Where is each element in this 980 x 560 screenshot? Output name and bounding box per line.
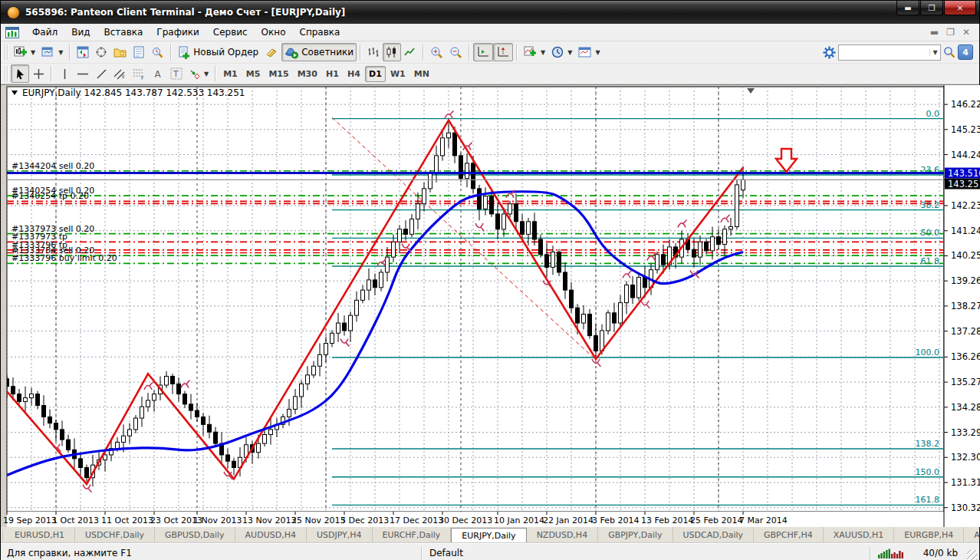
text-label-tool-button[interactable]: T [167,64,186,83]
chart-shift-button[interactable] [493,43,513,61]
status-profile[interactable]: Default [422,548,870,558]
fibonacci-tool-button[interactable]: F [130,64,149,83]
bar-chart-button[interactable] [364,43,383,61]
chart-tab-eurjpy-daily[interactable]: EURJPY,Daily [451,528,526,543]
menu-справка[interactable]: Справка [293,25,347,39]
line-chart-button[interactable] [401,43,419,61]
timeframe-buttons: M1M5M15M30H1H4D1W1MN [219,66,433,82]
toolbar-grip[interactable] [5,66,8,81]
order-line-label[interactable]: #1344204 sell 0.20 [12,161,94,171]
trendline-tool-button[interactable] [92,64,110,83]
chart-tab-gbpjpy-daily[interactable]: GBPJPY,Daily [598,527,673,543]
candle-body [429,173,432,189]
order-line-label[interactable]: #1333796 buy limit 0.20 [12,253,117,263]
minimize-button[interactable]: ▬ [896,1,919,15]
market-watch-button[interactable] [74,43,92,61]
chart-tab-eurgbp-h4[interactable]: EURGBP,H4 [894,527,964,543]
chart-area[interactable]: 0.023.638.250.061.8100.0138.2150.0161.8#… [1,84,979,526]
candle-body [349,315,353,331]
chart-tab-nzdusd-h4[interactable]: NZDUSD,H4 [527,527,599,543]
candle-body [404,229,408,235]
new-chart-button[interactable]: ▼ [11,43,38,61]
auto-scroll-button[interactable] [473,43,493,61]
candle-body [189,404,193,410]
profiles-icon [41,46,55,58]
equidistant-channel-tool-button[interactable]: E [110,64,130,83]
indicators-button[interactable]: ▼ [521,43,548,61]
settings-gear-icon[interactable] [822,45,837,60]
toolbar-grip[interactable] [5,44,8,60]
chart-tab-audusd-h4[interactable]: AUDUSD,H4 [235,527,307,543]
candle-body [717,237,721,245]
candle-body [742,180,745,189]
search-dropdown-icon[interactable]: ▼ [929,49,940,56]
chart-tab-eurusd-h1[interactable]: EURUSD,H1 [5,527,75,543]
child-close-icon[interactable]: ✕ [962,27,970,38]
timeframe-w1[interactable]: W1 [386,66,409,82]
chart-tab-gbpusd-daily[interactable]: GBPUSD,Daily [155,527,235,543]
menu-сервис[interactable]: Сервис [206,25,255,39]
timeframe-mn[interactable]: MN [410,66,433,82]
candle-body [24,398,28,402]
candlestick-chart-button[interactable] [383,43,401,61]
timeframe-m5[interactable]: M5 [242,66,265,82]
scripts-button[interactable] [261,43,281,61]
vertical-line-tool-button[interactable] [55,64,74,83]
chart-tab-audnzd-h1[interactable]: AUDNZD,H1 [964,527,980,543]
cursor-tool-button[interactable] [11,64,29,83]
price-chart[interactable]: 0.023.638.250.061.8100.0138.2150.0161.8#… [1,85,980,527]
chart-tab-gbpchf-h4[interactable]: GBPCHF,H4 [754,527,824,543]
new-order-button[interactable]: Новый Ордер [175,43,261,61]
notifications-button[interactable]: 4 [958,44,973,60]
templates-button[interactable]: ▼ [575,43,603,61]
chart-tab-usdjpy-h4[interactable]: USDJPY,H4 [307,527,373,543]
periods-button[interactable]: ▼ [548,43,575,61]
candle-body [478,189,482,209]
arrows-tool-button[interactable]: ▼ [186,64,212,83]
candle-body [699,242,702,257]
resize-grip[interactable] [967,550,978,560]
price-tick-label: 137.280 [951,326,980,337]
timeframe-h1[interactable]: H1 [322,66,343,82]
timeframe-d1[interactable]: D1 [365,66,386,82]
menu-окно[interactable]: Окно [255,25,293,39]
candle-body [551,252,555,268]
child-minimize-icon[interactable]: ▬ [930,27,939,38]
horizontal-line-tool-button[interactable] [74,64,92,83]
strategy-tester-button[interactable] [148,43,167,61]
tabs-grip[interactable] [2,529,3,541]
timeframe-h4[interactable]: H4 [344,66,364,82]
timeframe-m15[interactable]: M15 [265,66,292,82]
data-window-button[interactable] [130,43,148,61]
zoom-out-button[interactable] [446,43,465,61]
menu-вид[interactable]: Вид [64,25,97,39]
search-input[interactable] [839,46,929,59]
child-restore-icon[interactable]: ❐ [946,27,955,38]
menu-графики[interactable]: Графики [150,25,206,39]
date-tick-label: 13 Nov 2013 [242,516,296,525]
candle-body [331,333,334,343]
search-icon[interactable] [942,45,956,59]
date-tick-label: 25 Feb 2014 [690,516,742,525]
zoom-in-button[interactable] [427,43,446,61]
text-tool-button[interactable]: A [149,64,167,83]
chart-tab-eurchf-daily[interactable]: EURCHF,Daily [373,527,452,543]
maximize-button[interactable]: ❐ [920,1,943,15]
menu-файл[interactable]: Файл [25,25,64,39]
close-button[interactable]: ✕ [944,1,976,15]
order-line-label[interactable]: #1340254 tp 0.20 [12,191,89,201]
favorites-button[interactable] [110,43,130,61]
crosshair-tool-button[interactable] [29,64,48,83]
chart-tab-usdchf-daily[interactable]: USDCHF,Daily [75,527,155,543]
menu-вставка[interactable]: Вставка [97,25,150,39]
timeframe-m30[interactable]: M30 [294,66,321,82]
candle-body [318,354,322,366]
price-tick-label: 138.270 [951,301,980,311]
candle-body [576,308,580,323]
expert-advisors-button[interactable]: Советники [281,43,357,61]
navigator-button[interactable] [92,43,110,61]
chart-tab-xauusd-h1[interactable]: XAUUSD,H1 [824,527,894,543]
profiles-button[interactable]: ▼ [38,43,66,61]
timeframe-m1[interactable]: M1 [219,66,242,82]
chart-tab-usdcad-daily[interactable]: USDCAD,Daily [673,527,755,543]
